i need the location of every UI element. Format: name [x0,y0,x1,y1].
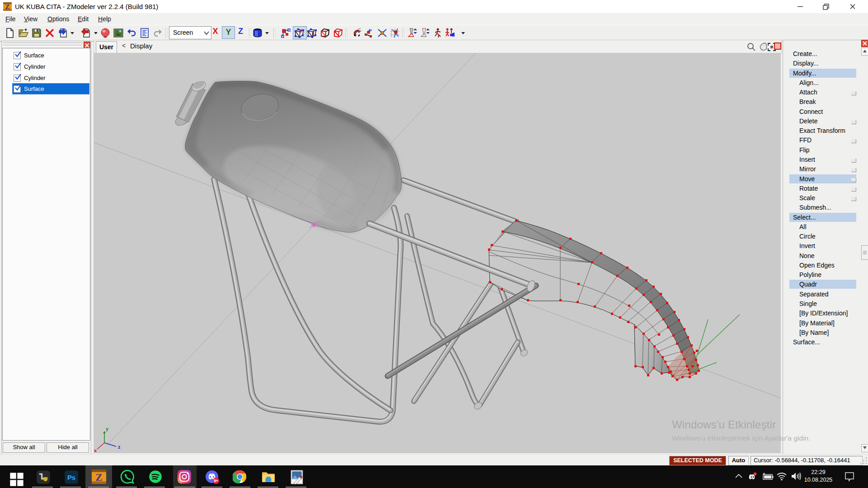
svg-text:9+: 9+ [214,479,218,483]
svg-text:z: z [118,444,121,450]
svg-text:y: y [106,426,109,432]
svg-text:x: x [94,448,97,453]
svg-text:Z: Z [5,3,9,10]
svg-text:Ps: Ps [67,474,75,481]
svg-text:Z: Z [95,472,102,483]
